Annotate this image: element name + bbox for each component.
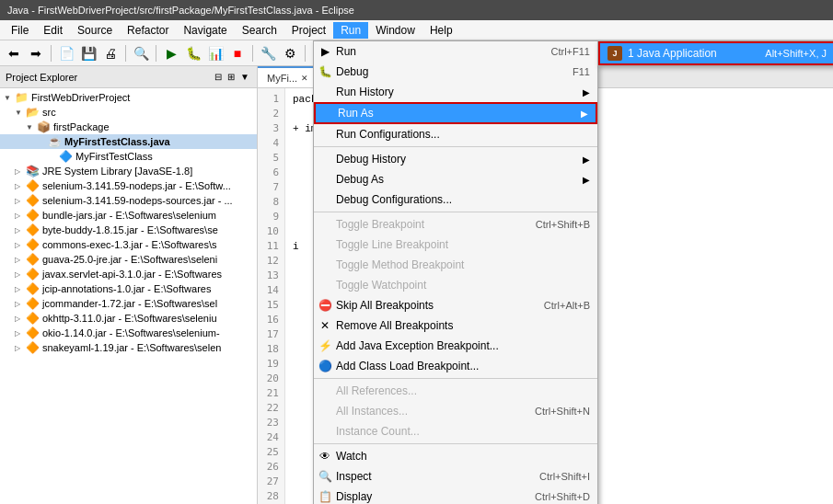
tree-label: firstPackage bbox=[53, 121, 110, 132]
tree-item[interactable]: ▼📁FirstWebDriverProject bbox=[0, 90, 257, 105]
editor-tab-close[interactable]: ✕ bbox=[301, 74, 308, 83]
tree-content: ▼📁FirstWebDriverProject▼📂src▼📦firstPacka… bbox=[0, 88, 257, 504]
tree-item[interactable]: ▷🔶okhttp-3.11.0.jar - E:\Softwares\selen… bbox=[0, 311, 257, 326]
menu-window[interactable]: Window bbox=[368, 22, 422, 39]
remove-bp-icon: ✕ bbox=[318, 319, 332, 332]
class-load-icon: 🔵 bbox=[318, 360, 332, 372]
toolbar-btn-2[interactable]: ➡ bbox=[26, 43, 46, 63]
tree-arrow: ▷ bbox=[15, 315, 24, 323]
tree-item[interactable]: ▷🔶snakeyaml-1.19.jar - E:\Softwares\sele… bbox=[0, 340, 257, 355]
toolbar-btn-1[interactable]: ⬅ bbox=[4, 43, 24, 63]
tree-label: selenium-3.141.59-nodeps-sources.jar - .… bbox=[42, 195, 233, 206]
tree-item[interactable]: ▷🔶bundle-jars.jar - E:\Softwares\seleniu… bbox=[0, 208, 257, 223]
run-menu-remove-breakpoints[interactable]: ✕ Remove All Breakpoints bbox=[314, 315, 597, 336]
tree-item[interactable]: ▷🔶okio-1.14.0.jar - E:\Softwares\seleniu… bbox=[0, 326, 257, 340]
toolbar-btn-save[interactable]: 💾 bbox=[78, 43, 98, 63]
run-menu-instance-count: Instance Count... bbox=[314, 421, 597, 441]
toolbar-btn-search[interactable]: 🔍 bbox=[131, 43, 151, 63]
menu-navigate[interactable]: Navigate bbox=[176, 22, 234, 39]
toolbar-btn-stop[interactable]: ■ bbox=[227, 43, 248, 63]
menu-run[interactable]: Run bbox=[333, 22, 368, 39]
run-menu-toggle-watchpoint: Toggle Watchpoint bbox=[314, 275, 597, 295]
tree-item[interactable]: ▷🔶byte-buddy-1.8.15.jar - E:\Softwares\s… bbox=[0, 223, 257, 237]
tree-item[interactable]: ▼📦firstPackage bbox=[0, 120, 257, 134]
menu-refactor[interactable]: Refactor bbox=[120, 22, 176, 39]
run-menu-debug-history[interactable]: Debug History ▶ bbox=[314, 149, 597, 169]
run-menu-inspect[interactable]: 🔍 Inspect Ctrl+Shift+I bbox=[314, 466, 597, 487]
run-menu-all-instances: All Instances... Ctrl+Shift+N bbox=[314, 401, 597, 421]
tree-icon: 🔶 bbox=[26, 238, 40, 251]
tree-icon: 🔶 bbox=[26, 223, 40, 236]
run-menu-history[interactable]: Run History ▶ bbox=[314, 82, 597, 102]
tree-icon: 📦 bbox=[37, 120, 51, 133]
tree-arrow: ▼ bbox=[26, 123, 35, 132]
panel-title-explorer: Project Explorer bbox=[6, 72, 77, 83]
tree-label: guava-25.0-jre.jar - E:\Softwares\seleni bbox=[42, 254, 217, 265]
tree-item[interactable]: ▷🔶commons-exec-1.3.jar - E:\Softwares\s bbox=[0, 237, 257, 252]
menu-sep-1 bbox=[314, 146, 597, 147]
run-menu-add-java-exception[interactable]: ⚡ Add Java Exception Breakpoint... bbox=[314, 336, 597, 356]
run-menu-run-configurations[interactable]: Run Configurations... bbox=[314, 124, 597, 144]
tree-item[interactable]: 🔷MyFirstTestClass bbox=[0, 149, 257, 164]
tree-item[interactable]: ▷🔶selenium-3.141.59-nodeps-sources.jar -… bbox=[0, 193, 257, 208]
tree-icon: 🔶 bbox=[26, 268, 40, 281]
menu-edit[interactable]: Edit bbox=[36, 22, 70, 39]
toolbar-sep-4 bbox=[252, 45, 253, 62]
tree-arrow: ▷ bbox=[15, 197, 24, 205]
tree-label: byte-buddy-1.8.15.jar - E:\Softwares\se bbox=[42, 224, 218, 235]
tree-item[interactable]: ▷🔶jcip-annotations-1.0.jar - E:\Software… bbox=[0, 281, 257, 296]
panel-icon-collapse[interactable]: ⊟ bbox=[213, 71, 224, 83]
run-menu-debug[interactable]: 🐛 Debug F11 bbox=[314, 62, 597, 82]
tree-item[interactable]: ▷📚JRE System Library [JavaSE-1.8] bbox=[0, 164, 257, 178]
tree-arrow: ▷ bbox=[15, 241, 24, 249]
tree-icon: 🔶 bbox=[26, 253, 40, 266]
tree-item[interactable]: ▷🔶jcommander-1.72.jar - E:\Softwares\sel bbox=[0, 296, 257, 311]
run-menu-debug-as[interactable]: Debug As ▶ bbox=[314, 169, 597, 189]
run-menu-add-class-load[interactable]: 🔵 Add Class Load Breakpoint... bbox=[314, 356, 597, 376]
java-app-shortcut: Alt+Shift+X, J bbox=[765, 48, 827, 59]
menu-file[interactable]: File bbox=[4, 22, 36, 39]
run-icon: ▶ bbox=[318, 45, 332, 58]
tree-arrow: ▷ bbox=[15, 167, 24, 176]
toolbar-btn-print[interactable]: 🖨 bbox=[100, 43, 121, 63]
tree-icon: 🔶 bbox=[26, 282, 40, 295]
run-menu-display[interactable]: 📋 Display Ctrl+Shift+D bbox=[314, 487, 597, 504]
editor-tab-myfi[interactable]: MyFi... ✕ bbox=[258, 66, 318, 87]
tree-label: okhttp-3.11.0.jar - E:\Softwares\seleniu bbox=[42, 313, 217, 324]
tree-item[interactable]: ▷🔶guava-25.0-jre.jar - E:\Softwares\sele… bbox=[0, 252, 257, 267]
toolbar-btn-5[interactable]: 🔧 bbox=[258, 43, 278, 63]
line-numbers: 1234567891011121314151617181920212223242… bbox=[258, 88, 285, 504]
tree-label: MyFirstTestClass.java bbox=[64, 136, 170, 147]
run-menu-skip-breakpoints[interactable]: ⛔ Skip All Breakpoints Ctrl+Alt+B bbox=[314, 295, 597, 315]
tree-label: MyFirstTestClass bbox=[75, 151, 153, 162]
run-menu-run[interactable]: ▶ Run Ctrl+F11 bbox=[314, 41, 597, 62]
run-menu-toggle-method-breakpoint: Toggle Method Breakpoint bbox=[314, 255, 597, 275]
tree-icon: 🔶 bbox=[26, 326, 40, 339]
editor-tab-label: MyFi... bbox=[267, 73, 297, 84]
toolbar-btn-run[interactable]: ▶ bbox=[161, 43, 181, 63]
run-menu-debug-configurations[interactable]: Debug Configurations... bbox=[314, 189, 597, 210]
toolbar-btn-new[interactable]: 📄 bbox=[56, 43, 76, 63]
menu-search[interactable]: Search bbox=[235, 22, 284, 39]
menu-source[interactable]: Source bbox=[70, 22, 120, 39]
toolbar-btn-debug[interactable]: 🐛 bbox=[183, 43, 203, 63]
panel-icon-expand[interactable]: ⊞ bbox=[226, 71, 237, 83]
java-application-item[interactable]: J 1 Java Application Alt+Shift+X, J bbox=[598, 41, 833, 65]
menu-project[interactable]: Project bbox=[284, 22, 333, 39]
tree-item[interactable]: ☕MyFirstTestClass.java bbox=[0, 134, 257, 149]
menu-help[interactable]: Help bbox=[422, 22, 460, 39]
tree-item[interactable]: ▷🔶selenium-3.141.59-nodeps.jar - E:\Soft… bbox=[0, 178, 257, 193]
tree-label: commons-exec-1.3.jar - E:\Softwares\s bbox=[42, 239, 217, 250]
panel-header-explorer: Project Explorer ⊟ ⊞ ▼ bbox=[0, 66, 257, 88]
tree-item[interactable]: ▼📂src bbox=[0, 105, 257, 120]
panel-icon-menu[interactable]: ▼ bbox=[238, 71, 251, 83]
tree-label: src bbox=[42, 107, 56, 118]
toolbar-btn-coverage[interactable]: 📊 bbox=[205, 43, 226, 63]
toolbar-btn-6[interactable]: ⚙ bbox=[280, 43, 300, 63]
run-menu-watch[interactable]: 👁 Watch bbox=[314, 446, 597, 466]
tree-item[interactable]: ▷🔶javax.servlet-api-3.1.0.jar - E:\Softw… bbox=[0, 267, 257, 281]
tree-label: bundle-jars.jar - E:\Softwares\selenium bbox=[42, 210, 216, 221]
tree-label: JRE System Library [JavaSE-1.8] bbox=[42, 166, 192, 177]
run-menu-run-as[interactable]: Run As ▶ bbox=[314, 102, 597, 124]
menu-bar: File Edit Source Refactor Navigate Searc… bbox=[0, 20, 833, 40]
